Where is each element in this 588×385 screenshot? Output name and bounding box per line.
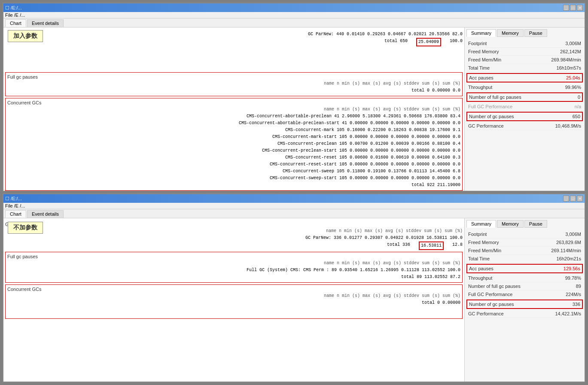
bottom-stat-gc-perf: GC Performance 14,422.1M/s <box>466 310 583 318</box>
top-stat-total-time: Total Time 16h10m57s <box>466 64 583 72</box>
bottom-gc-highlight: 16.53811 <box>419 241 444 250</box>
top-pause-tab[interactable]: Pause <box>524 29 547 37</box>
bottom-gc-row-0: GC ParNew: 336 0.01277 0.29307 0.04922 0… <box>57 235 463 241</box>
bottom-stat-full-gc-perf: Full GC Performance 224M/s <box>466 290 583 299</box>
top-concurrent-gc-row-2: CMS-concurrent-mark 105 0.16000 0.22200 … <box>7 127 460 134</box>
bottom-side-panel: Summary Memory Pause Footprint 3,006M Fr… <box>464 218 585 382</box>
bottom-concurrent-gc-title: Concurrent GCs <box>7 287 460 292</box>
bottom-concurrent-gc-data: name n min (s) max (s) avg (s) stddev su… <box>7 293 460 306</box>
top-header-highlight: 25.04009 <box>416 38 441 46</box>
top-concurrent-gc-header: name n min (s) max (s) avg (s) stddev su… <box>7 106 460 113</box>
top-full-gc-data: name n min (s) max (s) avg (s) stddev su… <box>7 80 460 94</box>
top-annotation: 加入参数 <box>8 30 43 42</box>
top-full-gc-header: name n min (s) max (s) avg (s) stddev su… <box>7 80 460 87</box>
bottom-stat-freed-memory: Freed Memory 263,829.6M <box>466 238 583 247</box>
bottom-stat-acc-pauses: Acc pauses 129.56s <box>466 264 583 273</box>
top-header-line1: GC ParNew: 440 0.01410 0.29263 0.04667 0… <box>5 31 463 38</box>
bottom-close-btn[interactable]: ✕ <box>577 196 583 202</box>
top-concurrent-gc-title: Concurrent GCs <box>7 100 460 105</box>
top-concurrent-gc-row-4: CMS-concurrent-preclean 105 0.00700 0.01… <box>7 141 460 147</box>
minimize-btn[interactable]: _ <box>563 5 569 11</box>
top-full-gc-section: Full gc pauses name n min (s) max (s) av… <box>5 72 463 96</box>
top-window-title: ☐ /E:/... <box>5 5 22 11</box>
top-full-gc-row-0: total 0 0.00000 0.0 <box>7 87 460 94</box>
tab-chart-top[interactable]: Chart <box>5 19 26 27</box>
maximize-btn[interactable]: □ <box>570 5 576 11</box>
bottom-main-content: 不加参数 Gc pauses name n min (s) max (s) av… <box>3 218 464 382</box>
bottom-full-gc-row-1: total 89 113.02552 87.2 <box>7 274 460 281</box>
bottom-minimize-btn[interactable]: _ <box>563 196 569 202</box>
tab-event-details-bottom[interactable]: Event details <box>27 210 64 218</box>
bottom-concurrent-gc-header: name n min (s) max (s) avg (s) stddev su… <box>7 293 460 299</box>
top-concurrent-gc-row-1: CMS-concurrent-abortable-preclean-start … <box>7 120 460 127</box>
top-stat-full-gc-pauses: Number of full gc pauses 0 <box>466 92 583 102</box>
bottom-stat-total-time: Total Time 16h20m21s <box>466 255 583 263</box>
bottom-maximize-btn[interactable]: □ <box>570 196 576 202</box>
bottom-stat-num-gc-pauses: Number of gc pauses 336 <box>466 299 583 309</box>
bottom-window-title: ☐ /E:/... <box>5 196 22 202</box>
top-window-titlebar: ☐ /E:/... _ □ ✕ <box>3 3 585 12</box>
tab-chart-bottom[interactable]: Chart <box>5 210 26 218</box>
top-menubar: File /E /... <box>3 12 585 18</box>
bottom-pause-tab[interactable]: Pause <box>524 220 547 228</box>
top-memory-tab[interactable]: Memory <box>497 29 524 37</box>
bottom-gc-header: name n min (s) max (s) avg (s) stddev su… <box>57 228 463 235</box>
top-stat-freed-memory: Freed Memory 262,142M <box>466 48 583 56</box>
top-concurrent-gc-data: name n min (s) max (s) avg (s) stddev su… <box>7 106 460 189</box>
top-stat-acc-pauses: Acc pauses 25.04s <box>466 73 583 82</box>
bottom-annotation: 不加参数 <box>8 222 43 234</box>
bottom-full-gc-data: name n min (s) max (s) avg (s) stddev su… <box>7 260 460 281</box>
top-summary-tab[interactable]: Summary <box>466 29 496 37</box>
close-btn[interactable]: ✕ <box>577 5 583 11</box>
bottom-full-gc-title: Full gc pauses <box>7 254 460 259</box>
top-header-data: GC ParNew: 440 0.01410 0.29263 0.04667 0… <box>5 29 463 46</box>
tab-event-details-top[interactable]: Event details <box>27 19 64 27</box>
top-concurrent-gc-row-9: CMS-concurrent-sweep-start 105 0.00000 0… <box>7 175 460 182</box>
top-concurrent-gc-row-10: total 922 211.19000 <box>7 182 460 189</box>
bottom-window: ☐ /E:/... _ □ ✕ File /E /... Chart Event… <box>3 193 585 382</box>
bottom-full-gc-section: Full gc pauses name n min (s) max (s) av… <box>5 252 463 283</box>
top-tabs: Chart Event details <box>3 18 585 28</box>
bottom-concurrent-gc-section: Concurrent GCs name n min (s) max (s) av… <box>5 284 463 319</box>
top-stat-num-gc-pauses: Number of gc pauses 650 <box>466 112 583 121</box>
bottom-memory-tab[interactable]: Memory <box>497 220 524 228</box>
top-side-tabs: Summary Memory Pause <box>466 29 583 37</box>
top-concurrent-gc-row-8: CMS-concurrent-sweep 105 0.11800 0.19100… <box>7 168 460 175</box>
bottom-concurrent-gc-row-0: total 0 0.00000 <box>7 299 460 306</box>
top-concurrent-gc-row-3: CMS-concurrent-mark-start 105 0.00000 0.… <box>7 134 460 141</box>
bottom-gc-total-row: total 336 16.53811 12.8 <box>57 241 463 250</box>
bottom-stat-full-gc-pauses: Number of full gc pauses 89 <box>466 282 583 290</box>
bottom-window-titlebar: ☐ /E:/... _ □ ✕ <box>3 194 585 203</box>
bottom-stat-throughput: Throughput 99.78% <box>466 274 583 282</box>
top-stat-throughput: Throughput 99.96% <box>466 83 583 92</box>
top-stat-freed-mem-min: Freed Mem/Min 269.984M/min <box>466 56 583 64</box>
top-concurrent-gc-row-0: CMS-concurrent-abortable-preclean 41 2.9… <box>7 113 460 120</box>
top-menubar-text: File /E /... <box>5 12 25 18</box>
top-window: ☐ /E:/... _ □ ✕ File /E /... Chart Event… <box>3 3 585 192</box>
top-stat-full-gc-perf: Full GC Performance n/a <box>466 103 583 111</box>
bottom-menubar-text: File /E /... <box>5 203 25 208</box>
top-side-panel: Summary Memory Pause Footprint 3,006M Fr… <box>464 28 585 191</box>
top-concurrent-gc-section: Concurrent GCs name n min (s) max (s) av… <box>5 98 463 191</box>
bottom-stat-freed-mem-min: Freed Mem/Min 269.114M/min <box>466 247 583 255</box>
top-concurrent-gc-row-7: CMS-concurrent-reset-start 105 0.00000 0… <box>7 161 460 168</box>
bottom-gc-pauses-title: Gc pauses <box>5 222 463 227</box>
bottom-full-gc-row-0: Full GC (System) CMS: CMS Perm : 89 0.93… <box>7 267 460 274</box>
bottom-full-gc-header: name n min (s) max (s) avg (s) stddev su… <box>7 260 460 267</box>
top-main-content: 加入参数 GC ParNew: 440 0.01410 0.29263 0.04… <box>3 28 464 191</box>
top-stat-footprint: Footprint 3,006M <box>466 40 583 48</box>
top-concurrent-gc-row-6: CMS-concurrent-reset 105 0.00600 0.01600… <box>7 154 460 161</box>
top-header-line2: total 650 25.04009 100.0 <box>5 38 463 46</box>
top-full-gc-title: Full gc pauses <box>7 74 460 79</box>
top-stat-gc-perf: GC Performance 10,468.9M/s <box>466 122 583 130</box>
bottom-tabs: Chart Event details <box>3 209 585 218</box>
bottom-menubar: File /E /... <box>3 203 585 209</box>
bottom-gc-data: name n min (s) max (s) avg (s) stddev su… <box>5 228 463 250</box>
bottom-stat-footprint: Footprint 3,006M <box>466 230 583 238</box>
bottom-summary-tab[interactable]: Summary <box>466 220 496 228</box>
top-concurrent-gc-row-5: CMS-concurrent-preclean-start 105 0.0000… <box>7 147 460 154</box>
bottom-side-tabs: Summary Memory Pause <box>466 220 583 228</box>
